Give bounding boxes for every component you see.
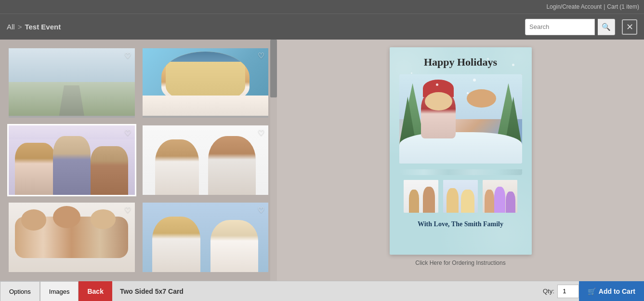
top-bar: Login/Create Account | Cart (1 item) <box>0 0 644 14</box>
scrollbar-thumb[interactable] <box>270 40 277 97</box>
photo-family1-preview <box>9 125 135 193</box>
photo-cell-4[interactable]: ♡ <box>143 125 269 195</box>
breadcrumb-separator: > <box>18 23 22 31</box>
card-message: With Love, The Smith Family <box>418 220 503 228</box>
photo-winter-preview <box>9 48 135 116</box>
heart-icon-4[interactable]: ♡ <box>258 128 264 137</box>
card-small-photo-2 <box>443 180 478 213</box>
heart-icon-6[interactable]: ♡ <box>258 205 264 215</box>
photo-family2-preview <box>9 203 135 270</box>
photo-cell-2[interactable]: ♡ <box>143 48 269 118</box>
snow-dot <box>411 72 412 74</box>
card-preview: Happy Holidays <box>390 47 532 255</box>
breadcrumb: All > Test Event <box>7 23 525 31</box>
heart-icon-1[interactable]: ♡ <box>124 51 131 60</box>
heart-icon-5[interactable]: ♡ <box>124 205 131 215</box>
qty-input[interactable] <box>557 285 579 298</box>
photo-grid: ♡ ♡ <box>0 40 277 281</box>
card-small-photo-1 <box>404 180 438 213</box>
photo-elderly-preview <box>143 203 269 270</box>
cart-icon: 🛒 <box>588 287 596 295</box>
ordering-instructions-link[interactable]: Click Here for Ordering Instructions <box>415 260 505 266</box>
card-small-photos <box>404 180 517 213</box>
card-main-photo <box>399 74 522 164</box>
login-link[interactable]: Login/Create Account <box>546 3 602 10</box>
photo-panel: ♡ ♡ <box>0 40 277 281</box>
photo-cell-3[interactable]: ♡ <box>9 125 135 195</box>
photo-cell-5[interactable]: ♡ <box>9 203 135 272</box>
preview-panel: Happy Holidays <box>277 40 644 281</box>
search-area: 🔍 ✕ <box>525 19 637 35</box>
tab-images[interactable]: Images <box>40 281 79 301</box>
heart-icon-3[interactable]: ♡ <box>124 128 131 137</box>
nav-bar: All > Test Event 🔍 ✕ <box>0 14 644 40</box>
photo-cell-6[interactable]: ♡ <box>143 203 269 272</box>
search-button[interactable]: 🔍 <box>598 19 615 35</box>
add-to-cart-button[interactable]: 🛒 Add to Cart <box>579 281 644 301</box>
top-separator: | <box>604 3 605 10</box>
card-small-photo-3 <box>483 180 517 213</box>
close-icon: ✕ <box>626 22 633 32</box>
add-to-cart-label: Add to Cart <box>599 287 635 295</box>
card-title: Happy Holidays <box>424 56 497 68</box>
snow-dot <box>512 64 514 66</box>
heart-icon-2[interactable]: ♡ <box>258 51 264 60</box>
back-button[interactable]: Back <box>79 281 112 301</box>
card-wave-divider <box>399 169 522 175</box>
product-label: Two Sided 5x7 Card <box>112 287 543 295</box>
close-button[interactable]: ✕ <box>622 19 637 35</box>
scrollbar-track[interactable] <box>270 40 277 281</box>
photo-woman-preview <box>143 48 269 116</box>
breadcrumb-all[interactable]: All <box>7 23 15 31</box>
photo-cell-1[interactable]: ♡ <box>9 48 135 118</box>
cart-link[interactable]: Cart (1 item) <box>607 3 639 10</box>
search-input[interactable] <box>525 19 595 35</box>
photo-couple-preview <box>143 125 269 193</box>
search-icon: 🔍 <box>602 23 611 31</box>
tab-options[interactable]: Options <box>0 281 40 301</box>
breadcrumb-event[interactable]: Test Event <box>25 23 61 31</box>
bottom-bar: Options Images Back Two Sided 5x7 Card Q… <box>0 281 644 301</box>
main-content: ♡ ♡ <box>0 40 644 281</box>
qty-label: Qty: <box>543 287 554 295</box>
